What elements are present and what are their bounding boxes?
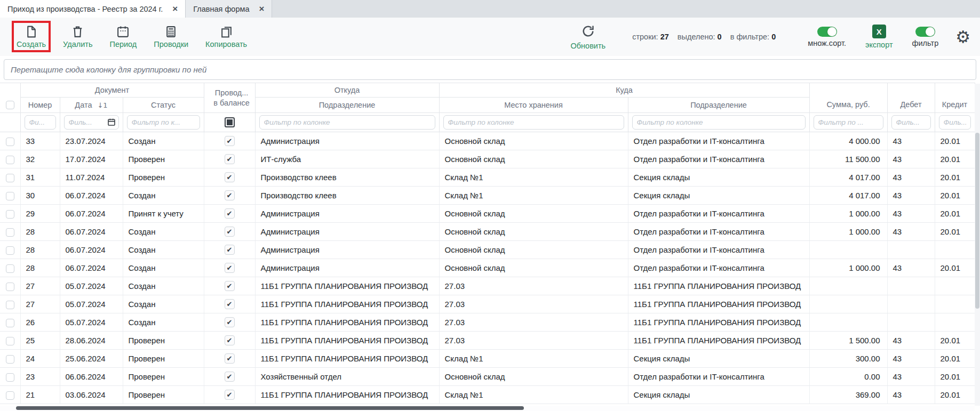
posted-checkbox[interactable]: ✔ [225,353,235,364]
posted-checkbox[interactable]: ✔ [225,335,235,345]
cell-debit: 43 [887,168,935,187]
from-dept-filter-input[interactable] [259,115,435,130]
posted-checkbox[interactable]: ✔ [225,208,235,219]
table-row[interactable]: 33 23.07.2024 Создан ✔ Администрация Осн… [0,132,975,150]
column-header-from-dept[interactable]: Подразделение [255,98,439,113]
posted-checkbox[interactable]: ✔ [225,245,235,255]
table-row[interactable]: 32 17.07.2024 Проверен ✔ ИТ-служба Основ… [0,150,975,168]
create-button[interactable]: Создать [12,22,51,51]
filter-toggle[interactable] [915,27,935,37]
number-filter-input[interactable] [25,115,56,130]
cell-to-dept: Секция склады [628,187,809,205]
table-row[interactable]: 28 06.07.2024 Создан ✔ Администрация Осн… [0,223,975,241]
table-row[interactable]: 27 05.07.2024 Создан ✔ 11Б1 ГРУППА ПЛАНИ… [0,295,975,313]
posted-filter-checkbox[interactable] [225,117,235,127]
table-row[interactable]: 31 11.07.2024 Проверен ✔ Производство кл… [0,168,975,187]
cell-credit: 20.01 [935,187,975,205]
row-select-checkbox[interactable] [6,174,14,182]
close-icon[interactable]: × [259,4,265,13]
column-header-posted[interactable]: Провод... в балансе [204,83,255,113]
cell-debit [887,241,935,259]
horizontal-scrollbar[interactable] [0,406,975,411]
table-row[interactable]: 25 28.06.2024 Проверен ✔ 11Б1 ГРУППА ПЛА… [0,332,975,350]
column-header-status[interactable]: Статус [123,98,204,113]
posted-checkbox[interactable]: ✔ [225,172,235,182]
table-row[interactable]: 23 06.06.2024 Проверен ✔ Хозяйственный о… [0,368,975,386]
copy-button[interactable]: Копировать [201,22,252,51]
posted-checkbox[interactable]: ✔ [225,154,235,164]
select-all-checkbox[interactable] [6,101,14,109]
posted-checkbox[interactable]: ✔ [225,317,235,327]
posted-checkbox[interactable]: ✔ [225,390,235,400]
row-select-checkbox[interactable] [6,301,14,309]
row-select-checkbox[interactable] [6,228,14,237]
column-header-storage[interactable]: Место хранения [439,98,628,113]
gear-icon[interactable]: ⚙ [955,29,970,45]
posted-checkbox[interactable]: ✔ [225,372,235,382]
tab-register[interactable]: Приход из производства - Реестр за 2024 … [0,0,186,18]
posted-checkbox[interactable]: ✔ [225,136,235,146]
row-select-checkbox[interactable] [6,138,14,146]
table-row[interactable]: 21 03.06.2024 Проверен ✔ 11Б1 ГРУППА ПЛА… [0,386,975,404]
column-header-debit[interactable]: Дебет [887,83,935,113]
group-by-drop-zone[interactable]: Перетащите сюда колонку для группировки … [4,59,976,80]
row-select-checkbox[interactable] [6,192,14,200]
export-button[interactable]: X экспорт [865,25,893,49]
column-header-number[interactable]: Номер [20,98,60,113]
column-header-credit[interactable]: Кредит [935,83,975,113]
cell-storage: 27.03 [439,295,628,313]
row-select-checkbox[interactable] [6,373,14,382]
posted-checkbox[interactable]: ✔ [225,190,235,200]
vertical-scrollbar-thumb[interactable] [975,133,979,309]
posted-checkbox[interactable]: ✔ [225,281,235,291]
debit-filter-input[interactable] [891,115,931,130]
table-row[interactable]: 24 25.06.2024 Проверен ✔ 11Б1 ГРУППА ПЛА… [0,350,975,368]
column-header-date[interactable]: Дата↓1 [60,98,123,113]
row-select-checkbox[interactable] [6,391,14,400]
cell-from-dept: Администрация [255,205,439,223]
posted-checkbox[interactable]: ✔ [225,227,235,237]
table-row[interactable]: 29 06.07.2024 Принят к учету ✔ Администр… [0,205,975,223]
storage-filter-input[interactable] [443,115,624,130]
table-row[interactable]: 30 06.07.2024 Создан ✔ Производство клее… [0,187,975,205]
row-select-checkbox[interactable] [6,337,14,345]
column-header-to-dept[interactable]: Подразделение [628,98,809,113]
sum-filter-input[interactable] [814,115,883,130]
multisort-toggle[interactable] [817,27,837,37]
status-filter-input[interactable] [127,115,200,130]
calendar-icon[interactable] [107,118,116,128]
row-select-checkbox[interactable] [6,264,14,273]
row-select-checkbox[interactable] [6,355,14,364]
to-dept-filter-input[interactable] [632,115,806,130]
row-select-checkbox[interactable] [6,319,14,327]
row-select-checkbox[interactable] [6,156,14,164]
cell-credit: 20.01 [935,332,975,350]
vertical-scrollbar[interactable] [975,84,980,406]
refresh-button[interactable]: Обновить [571,24,606,50]
period-button[interactable]: Период [105,22,141,51]
table-row[interactable]: 26 05.07.2024 Создан ✔ 11Б1 ГРУППА ПЛАНИ… [0,313,975,332]
cell-sum [809,241,887,259]
cell-date: 03.06.2024 [60,386,123,404]
horizontal-scrollbar-thumb[interactable] [16,406,524,410]
cell-from-dept: 11Б1 ГРУППА ПЛАНИРОВАНИЯ ПРОИЗВОД [255,350,439,368]
table-row[interactable]: 28 06.07.2024 Создан ✔ Администрация Осн… [0,259,975,277]
tab-main-form[interactable]: Главная форма × [186,0,272,18]
posted-checkbox[interactable]: ✔ [225,299,235,309]
table-row[interactable]: 28 06.07.2024 Создан ✔ Администрация Осн… [0,241,975,259]
cell-number: 32 [20,150,60,168]
table-row[interactable]: 27 05.07.2024 Создан ✔ 11Б1 ГРУППА ПЛАНИ… [0,277,975,295]
postings-button[interactable]: Проводки [149,22,193,51]
posted-checkbox[interactable]: ✔ [225,263,235,273]
delete-button[interactable]: Удалить [58,22,97,51]
cell-number: 26 [20,313,60,332]
cell-storage: Основной склад [439,150,628,168]
column-header-sum[interactable]: Сумма, руб. [809,83,887,113]
cell-to-dept: 11Б1 ГРУППА ПЛАНИРОВАНИЯ ПРОИЗВОД [628,295,809,313]
cell-status: Создан [123,187,204,205]
credit-filter-input[interactable] [939,115,971,130]
row-select-checkbox[interactable] [6,210,14,219]
close-icon[interactable]: × [172,4,178,13]
row-select-checkbox[interactable] [6,246,14,255]
row-select-checkbox[interactable] [6,283,14,291]
